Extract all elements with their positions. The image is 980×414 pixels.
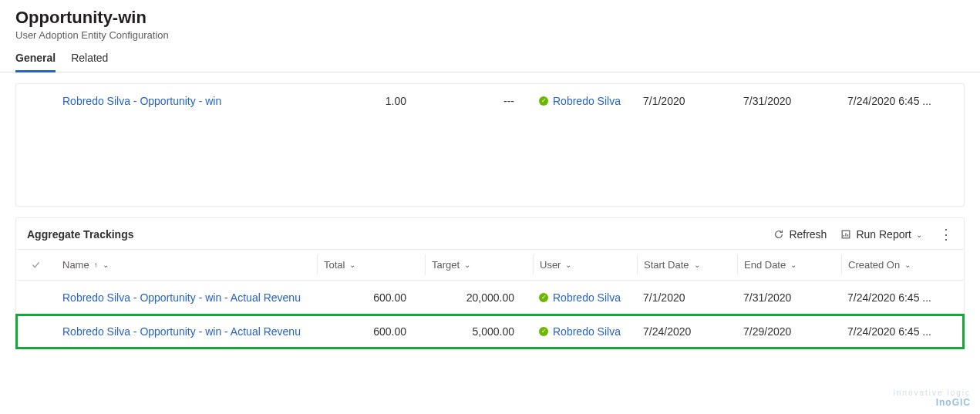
select-all-column[interactable] xyxy=(16,254,55,275)
aggregate-grid-section: Aggregate Trackings Refresh Run Report ⌄… xyxy=(15,217,965,349)
chevron-down-icon: ⌄ xyxy=(565,261,571,269)
top-grid-section: Robredo Silva - Opportunity - win 1.00 -… xyxy=(15,83,965,207)
user-link: Robredo Silva xyxy=(553,291,621,304)
page-subtitle: User Adoption Entity Configuration xyxy=(15,29,965,41)
cell-name-link[interactable]: Robredo Silva - Opportunity - win - Actu… xyxy=(55,319,317,344)
cell-start-date: 7/1/2020 xyxy=(637,89,737,113)
refresh-icon xyxy=(773,229,784,240)
cell-total: 600.00 xyxy=(317,319,425,344)
chevron-down-icon: ⌄ xyxy=(349,261,355,269)
column-end-date-label: End Date xyxy=(744,259,786,271)
grid-title: Aggregate Trackings xyxy=(27,228,134,241)
chevron-down-icon: ⌄ xyxy=(916,231,922,239)
column-name[interactable]: Name ↑ ⌄ xyxy=(55,254,317,275)
chevron-down-icon: ⌄ xyxy=(790,261,796,269)
cell-end-date: 7/31/2020 xyxy=(737,89,841,113)
table-row[interactable]: Robredo Silva - Opportunity - win - Actu… xyxy=(16,281,964,315)
overflow-menu-button[interactable]: ⋮ xyxy=(935,231,958,238)
cell-start-date: 7/24/2020 xyxy=(637,319,737,344)
sort-asc-icon: ↑ xyxy=(94,261,98,269)
cell-created-on: 7/24/2020 6:45 ... xyxy=(841,319,957,344)
page-header: Opportunity-win User Adoption Entity Con… xyxy=(0,0,980,41)
chevron-down-icon: ⌄ xyxy=(904,261,911,269)
cell-end-date: 7/29/2020 xyxy=(737,319,841,344)
run-report-label: Run Report xyxy=(856,228,911,241)
refresh-label: Refresh xyxy=(789,228,827,241)
cell-total: 600.00 xyxy=(317,285,425,310)
column-start-date[interactable]: Start Date ⌄ xyxy=(637,254,737,275)
user-link: Robredo Silva xyxy=(553,95,621,107)
column-header-row: Name ↑ ⌄ Total ⌄ Target ⌄ User ⌄ Start D… xyxy=(16,250,964,281)
cell-created-on: 7/24/2020 6:45 ... xyxy=(841,285,957,310)
column-name-label: Name xyxy=(62,259,89,271)
cell-user[interactable]: ✓ Robredo Silva xyxy=(533,89,637,113)
chevron-down-icon: ⌄ xyxy=(103,261,109,269)
grid-toolbar: Aggregate Trackings Refresh Run Report ⌄… xyxy=(16,218,964,250)
column-target[interactable]: Target ⌄ xyxy=(425,254,533,275)
column-created-on-label: Created On xyxy=(848,259,900,271)
presence-icon: ✓ xyxy=(539,96,548,106)
cell-name-link[interactable]: Robredo Silva - Opportunity - win - Actu… xyxy=(55,285,317,310)
aggregate-grid: Aggregate Trackings Refresh Run Report ⌄… xyxy=(15,217,965,349)
cell-user[interactable]: ✓ Robredo Silva xyxy=(533,285,637,310)
tab-general[interactable]: General xyxy=(15,52,56,72)
column-target-label: Target xyxy=(432,259,460,271)
cell-user[interactable]: ✓ Robredo Silva xyxy=(533,319,637,344)
top-grid: Robredo Silva - Opportunity - win 1.00 -… xyxy=(15,83,965,207)
table-row[interactable]: Robredo Silva - Opportunity - win 1.00 -… xyxy=(16,84,964,118)
chevron-down-icon: ⌄ xyxy=(694,261,700,269)
column-start-date-label: Start Date xyxy=(644,259,689,271)
cell-target: --- xyxy=(425,89,533,113)
column-end-date[interactable]: End Date ⌄ xyxy=(737,254,841,275)
cell-name-link[interactable]: Robredo Silva - Opportunity - win xyxy=(55,89,317,113)
cell-start-date: 7/1/2020 xyxy=(637,285,737,310)
cell-target: 5,000.00 xyxy=(425,319,533,344)
column-user[interactable]: User ⌄ xyxy=(533,254,637,275)
cell-end-date: 7/31/2020 xyxy=(737,285,841,310)
run-report-button[interactable]: Run Report ⌄ xyxy=(839,226,924,243)
cell-created-on: 7/24/2020 6:45 ... xyxy=(841,89,957,113)
column-total[interactable]: Total ⌄ xyxy=(317,254,425,275)
user-link: Robredo Silva xyxy=(553,325,621,338)
grid-actions: Refresh Run Report ⌄ ⋮ xyxy=(772,226,958,243)
report-icon xyxy=(840,229,851,240)
column-created-on[interactable]: Created On ⌄ xyxy=(841,254,957,275)
cell-total: 1.00 xyxy=(317,89,425,113)
tab-bar: General Related xyxy=(0,41,980,72)
presence-icon: ✓ xyxy=(539,293,548,302)
column-user-label: User xyxy=(540,259,561,271)
column-total-label: Total xyxy=(324,259,345,271)
table-row[interactable]: Robredo Silva - Opportunity - win - Actu… xyxy=(16,315,964,348)
cell-target: 20,000.00 xyxy=(425,285,533,310)
tab-related[interactable]: Related xyxy=(71,52,108,72)
page-title: Opportunity-win xyxy=(15,8,965,28)
chevron-down-icon: ⌄ xyxy=(464,261,470,269)
presence-icon: ✓ xyxy=(539,327,548,336)
refresh-button[interactable]: Refresh xyxy=(772,226,828,243)
